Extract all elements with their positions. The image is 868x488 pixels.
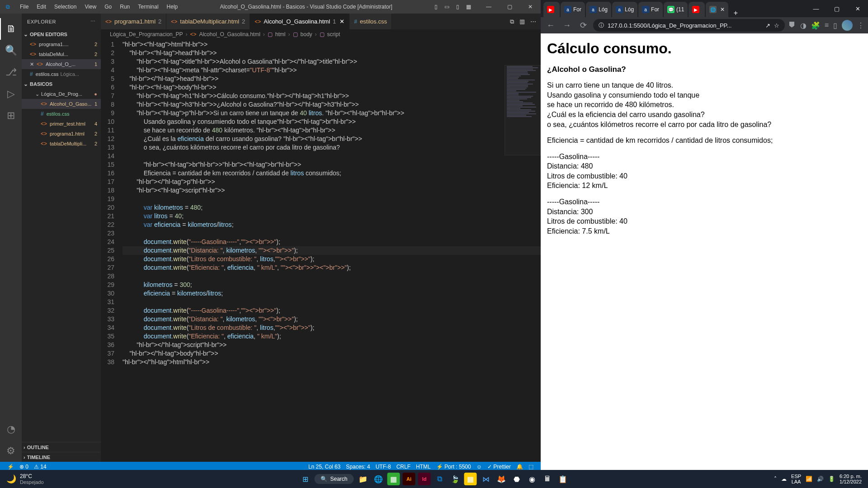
split-editor-icon[interactable]: ▥ — [519, 18, 525, 25]
battery-icon[interactable]: 🔋 — [828, 476, 835, 482]
editor-tab[interactable]: <>programa1.html 2 — [101, 14, 166, 29]
indesign-icon[interactable]: Id — [418, 473, 431, 485]
breadcrumb-segment[interactable]: Lógica_De_Programacion_PP — [110, 31, 183, 38]
menu-terminal[interactable]: Terminal — [134, 4, 162, 10]
run-debug-icon[interactable]: ▷ — [0, 83, 22, 105]
open-editor-item[interactable]: <>tablaDeMul...2 — [22, 49, 101, 59]
code-editor[interactable]: 1234567891011121314151617181920212223242… — [101, 39, 541, 462]
puzzle-icon[interactable]: 🧩 — [811, 21, 820, 30]
editor-tab[interactable]: <>tablaDeMultiplicar.html 2 — [166, 14, 250, 29]
start-button[interactable]: ⊞ — [299, 473, 311, 485]
more-actions-icon[interactable]: ⋯ — [530, 18, 536, 25]
forward-button[interactable]: → — [561, 21, 573, 30]
volume-icon[interactable]: 🔊 — [817, 476, 824, 482]
taskbar-search[interactable]: 🔍 Search — [314, 474, 354, 484]
panel-right-icon[interactable]: ▯ — [452, 4, 463, 10]
explorer-icon[interactable]: 🗎 — [0, 18, 22, 40]
file-item[interactable]: #estilos.css — [22, 109, 101, 119]
feedback-icon[interactable]: ☺ — [474, 464, 485, 470]
app-icon-1[interactable]: ▦ — [387, 473, 400, 485]
panel-left-icon[interactable]: ▯ — [430, 4, 441, 10]
browser-tab[interactable]: ▶ — [689, 2, 705, 17]
outline-header[interactable]: OUTLINE — [22, 442, 101, 452]
minimap[interactable] — [505, 65, 541, 155]
shield-icon[interactable]: ⛊ — [788, 21, 796, 29]
file-item[interactable]: <>Alcohol_O_Gaso...1 — [22, 99, 101, 109]
weather-widget[interactable]: 🌙 28°C Despejado — [0, 473, 50, 485]
split-icon[interactable]: ⬚ — [526, 464, 536, 470]
browser-tab[interactable]: aLóg — [586, 2, 611, 17]
menu-selection[interactable]: Selection — [50, 4, 80, 10]
back-button[interactable]: ← — [544, 21, 557, 30]
breadcrumb[interactable]: Lógica_De_Programacion_PP›<> Alcohol_O_G… — [101, 29, 541, 39]
timeline-header[interactable]: TIMELINE — [22, 452, 101, 462]
breadcrumb-segment[interactable]: Alcohol_O_Gasolina.html — [199, 31, 260, 38]
open-editor-item[interactable]: ✕<>Alcohol_O_...1 — [22, 59, 101, 69]
close-button[interactable]: ✕ — [520, 0, 541, 14]
file-item[interactable]: <>primer_test.html4 — [22, 119, 101, 129]
menu-run[interactable]: Run — [116, 4, 134, 10]
folder-item[interactable]: ⌄Lógica_De_Prog...● — [22, 89, 101, 99]
tray-chevron-icon[interactable]: ˄ — [774, 476, 777, 482]
extensions-icon[interactable]: ⊞ — [0, 105, 22, 127]
menu-view[interactable]: View — [80, 4, 100, 10]
editor-tab[interactable]: <>Alcohol_O_Gasolina.html 1✕ — [250, 14, 349, 29]
prettier-status[interactable]: ✓ Prettier — [485, 464, 514, 470]
breadcrumb-segment[interactable]: body — [301, 31, 312, 38]
address-bar[interactable]: ⓘ 127.0.0.1:5500/Lógica_De_Programacion_… — [593, 19, 785, 32]
chrome-icon[interactable]: 🌐 — [372, 473, 385, 485]
menu-edit[interactable]: Edit — [33, 4, 50, 10]
calculator-icon[interactable]: 🖩 — [541, 473, 554, 485]
app-icon-6[interactable]: ◉ — [526, 473, 538, 485]
more-icon[interactable]: ⋯ — [90, 19, 96, 24]
share-icon[interactable]: ↗ — [765, 22, 770, 29]
cursor-position[interactable]: Ln 25, Col 63 — [306, 464, 343, 470]
source-control-icon[interactable]: ⎇ — [0, 61, 22, 83]
open-editor-item[interactable]: #estilos.cssLógica... — [22, 69, 101, 79]
browser-tab[interactable]: 💬(11 — [664, 2, 688, 17]
breadcrumb-segment[interactable]: script — [327, 31, 340, 38]
clock[interactable]: 6:20 p. m. 1/12/2022 — [840, 474, 862, 484]
browser-tab[interactable]: aLóg — [612, 2, 637, 17]
breadcrumb-segment[interactable]: html — [275, 31, 286, 38]
live-server-port[interactable]: ⚡ Port : 5500 — [434, 464, 474, 470]
file-explorer-icon[interactable]: 📁 — [357, 473, 369, 485]
encoding[interactable]: UTF-8 — [373, 464, 394, 470]
app-icon-5[interactable]: ⬣ — [510, 473, 523, 485]
eol[interactable]: CRLF — [394, 464, 413, 470]
menu-file[interactable]: File — [16, 4, 33, 10]
bookmark-icon[interactable]: ☆ — [774, 22, 779, 29]
firefox-icon[interactable]: 🦊 — [495, 473, 508, 485]
editor-tab[interactable]: #estilos.css — [349, 14, 392, 29]
app-icon-7[interactable]: 📋 — [557, 473, 569, 485]
browser-tab[interactable]: aFor — [561, 2, 585, 17]
side-panel-icon[interactable]: ▯ — [833, 21, 837, 30]
wifi-icon[interactable]: 📶 — [806, 476, 812, 482]
onedrive-icon[interactable]: ☁ — [781, 476, 787, 482]
app-icon-2[interactable]: 🍃 — [449, 473, 462, 485]
notifications-icon[interactable]: 🔔 — [514, 464, 526, 470]
browser-maximize[interactable]: ▢ — [826, 0, 847, 17]
menu-help[interactable]: Help — [163, 4, 182, 10]
compare-icon[interactable]: ⧉ — [510, 18, 514, 25]
browser-close[interactable]: ✕ — [847, 0, 868, 17]
panel-bottom-icon[interactable]: ▭ — [441, 4, 452, 10]
warnings-count[interactable]: ⚠ 14 — [31, 464, 49, 470]
indentation[interactable]: Spaces: 4 — [343, 464, 373, 470]
open-editor-item[interactable]: <>programa1....2 — [22, 39, 101, 49]
file-item[interactable]: <>programa1.html2 — [22, 129, 101, 139]
layout-icon[interactable]: ▦ — [463, 4, 474, 10]
browser-minimize[interactable]: — — [806, 0, 826, 17]
browser-tab[interactable]: ▶ — [543, 2, 560, 17]
remote-indicator[interactable]: ⚡ — [5, 464, 17, 470]
language-indicator[interactable]: ESP LAA — [791, 474, 801, 484]
minimize-button[interactable]: — — [478, 0, 499, 14]
menu-go[interactable]: Go — [100, 4, 116, 10]
menu-icon[interactable]: ⋮ — [857, 21, 864, 30]
app-icon-4[interactable]: ⋈ — [480, 473, 492, 485]
vscode-taskbar-icon[interactable]: ⧉ — [434, 473, 446, 485]
app-icon-3[interactable]: ▦ — [464, 473, 477, 485]
maximize-button[interactable]: ▢ — [499, 0, 520, 14]
site-info-icon[interactable]: ⓘ — [599, 22, 604, 29]
browser-tab[interactable]: 🌐✕ — [706, 2, 728, 17]
